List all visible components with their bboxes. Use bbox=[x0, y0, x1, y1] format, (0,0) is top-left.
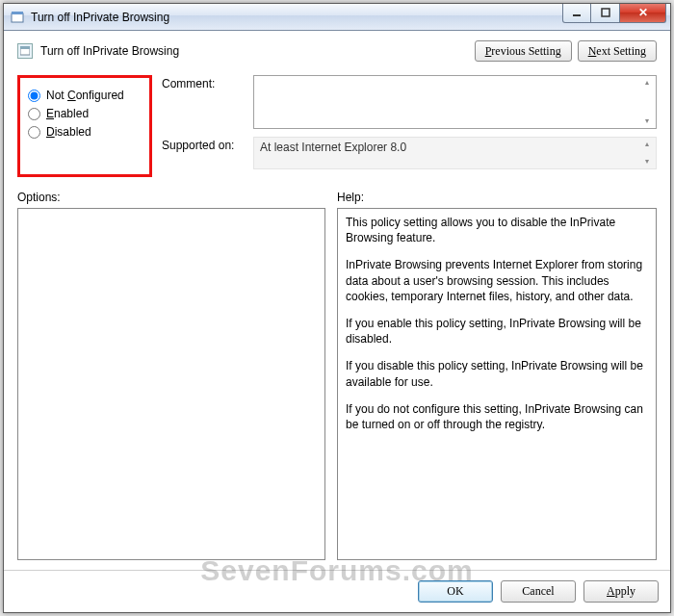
radio-not-configured-input[interactable] bbox=[28, 90, 40, 102]
footer: SevenForums.com OK Cancel Apply bbox=[4, 570, 670, 612]
help-label: Help: bbox=[337, 191, 364, 204]
window-controls: ✕ bbox=[562, 4, 666, 23]
help-text: This policy setting allows you to disabl… bbox=[346, 215, 648, 245]
options-panel[interactable] bbox=[17, 208, 325, 560]
window: Turn off InPrivate Browsing ✕ Turn off I… bbox=[3, 3, 671, 613]
radio-disabled[interactable]: Disabled bbox=[26, 125, 136, 139]
app-icon bbox=[10, 10, 25, 25]
help-text: InPrivate Browsing prevents Internet Exp… bbox=[346, 257, 648, 304]
maximize-button[interactable] bbox=[591, 4, 620, 23]
help-text: If you do not configure this setting, In… bbox=[346, 401, 648, 432]
previous-setting-button[interactable]: Previous Setting bbox=[475, 40, 572, 62]
help-panel[interactable]: This policy setting allows you to disabl… bbox=[337, 208, 657, 560]
scrollbar-stub[interactable]: ▴▾ bbox=[640, 78, 654, 126]
minimize-button[interactable] bbox=[562, 4, 591, 23]
cancel-button[interactable]: Cancel bbox=[501, 580, 576, 603]
supported-label: Supported on: bbox=[162, 137, 253, 169]
titlebar[interactable]: Turn off InPrivate Browsing ✕ bbox=[4, 4, 670, 31]
supported-on-box: At least Internet Explorer 8.0 ▴▾ bbox=[253, 137, 657, 169]
state-radio-group: Not Configured Enabled Disabled bbox=[17, 75, 152, 177]
radio-enabled[interactable]: Enabled bbox=[26, 107, 136, 120]
svg-rect-0 bbox=[12, 13, 23, 22]
help-text: If you enable this policy setting, InPri… bbox=[346, 316, 648, 346]
supported-on-value: At least Internet Explorer 8.0 bbox=[260, 141, 406, 154]
client-area: Turn off InPrivate Browsing Previous Set… bbox=[4, 31, 670, 570]
radio-disabled-input[interactable] bbox=[28, 126, 40, 139]
scrollbar-stub[interactable]: ▴▾ bbox=[640, 140, 654, 167]
header-row: Turn off InPrivate Browsing Previous Set… bbox=[17, 40, 657, 62]
help-text: If you disable this policy setting, InPr… bbox=[346, 358, 648, 389]
svg-rect-3 bbox=[602, 9, 609, 16]
svg-rect-4 bbox=[20, 48, 30, 55]
comment-label: Comment: bbox=[162, 75, 253, 129]
next-setting-button[interactable]: Next Setting bbox=[578, 40, 657, 62]
svg-rect-2 bbox=[573, 14, 581, 16]
policy-icon bbox=[17, 43, 33, 59]
policy-title: Turn off InPrivate Browsing bbox=[40, 44, 469, 58]
options-label: Options: bbox=[17, 191, 337, 204]
svg-rect-5 bbox=[20, 46, 30, 49]
apply-button[interactable]: Apply bbox=[583, 580, 659, 603]
svg-rect-1 bbox=[12, 12, 23, 14]
radio-not-configured[interactable]: Not Configured bbox=[26, 89, 136, 102]
ok-button[interactable]: OK bbox=[418, 580, 493, 603]
window-title: Turn off InPrivate Browsing bbox=[31, 11, 562, 24]
close-button[interactable]: ✕ bbox=[620, 4, 666, 23]
radio-enabled-input[interactable] bbox=[28, 108, 40, 120]
comment-textarea[interactable]: ▴▾ bbox=[253, 75, 657, 129]
